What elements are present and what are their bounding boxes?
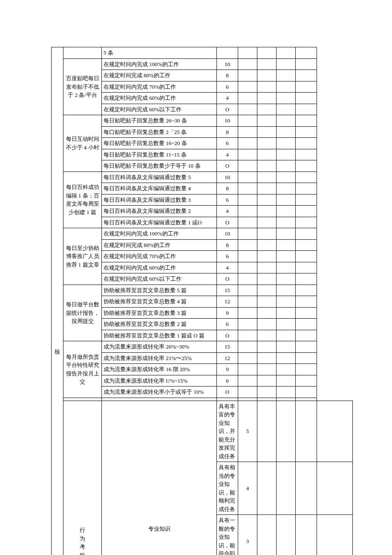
blank-cell [257,251,277,262]
criteria-label: 每日互动时间不少于 4 小时 [63,115,102,172]
blank-cell [296,149,317,160]
score-cell: 12 [217,296,238,308]
criteria-desc: 成为流量来源形成转化率小于或等于 10% [102,386,217,398]
score-cell: 6 [217,81,238,93]
criteria-desc: 在规定时间内完成 60%的工作 [102,93,217,104]
table-row [52,398,353,401]
blank-cell [277,58,296,70]
blank-cell [257,228,277,240]
score-cell: 6 [217,375,238,386]
table-row: 核5 条 [52,47,353,59]
criteria-desc: 在规定时间内完成 100%的工作 [102,228,217,240]
score-cell: O [217,217,238,228]
blank-cell [296,352,317,364]
score-cell: 8 [217,183,238,195]
blank-cell [257,319,277,330]
blank-cell [317,515,353,555]
blank-cell [277,126,296,138]
blank-cell [257,171,277,183]
score-cell: 4 [217,262,238,273]
criteria-desc: 具有一般的专业知识，能符合职责需要 [217,515,238,555]
score-cell: 10 [217,58,238,70]
criteria-label [63,47,102,59]
criteria-desc: 在规定时间内完成 60%以下工作 [102,273,217,285]
criteria-desc: 在规定时间完成 80%的工作 [102,239,217,251]
score-cell: O [217,104,238,115]
blank-cell [296,375,317,386]
blank-cell [277,93,296,104]
blank-cell [277,285,296,296]
blank-cell [277,330,296,341]
score-cell: 4 [217,93,238,104]
blank-cell [277,364,296,375]
blank-cell [238,138,257,149]
criteria-desc: 协助被推荐至首页文章总数量 1 篇或 O 篇 [102,330,217,341]
blank-cell [257,239,277,251]
blank-cell [296,398,317,401]
blank-cell [277,273,296,285]
blank-cell [257,104,277,115]
criteria-desc: 5 条 [102,47,217,59]
blank-cell [296,217,317,228]
blank-cell [277,171,296,183]
blank-cell [238,239,257,251]
score-cell: 4 [217,206,238,217]
blank-cell [296,126,317,138]
category-cell: 核 [52,47,63,555]
blank-cell [257,262,277,273]
blank-cell [296,285,317,296]
blank-cell [296,364,317,375]
blank-cell [238,115,257,127]
score-cell: 9 [217,364,238,375]
blank-cell [238,183,257,195]
blank-cell [238,364,257,375]
criteria-desc: 具有丰富的专业知识，并能充分发挥完成任务 [217,401,238,462]
score-cell: O [217,386,238,398]
blank-cell [238,58,257,70]
blank-cell [296,138,317,149]
blank-cell [277,149,296,160]
blank-cell [277,81,296,93]
blank-cell [257,183,277,195]
criteria-desc: 每日贴吧贴子回复总数量 26~30 条 [102,115,217,127]
blank-cell [277,341,296,353]
blank-cell [296,104,317,115]
score-cell: 6 [217,138,238,149]
criteria-desc: 协助被推荐至首页文章总数量 4 篇 [102,296,217,308]
score-cell: 4 [217,149,238,160]
score-cell: O [217,273,238,285]
score-cell [217,47,238,59]
blank-cell [257,206,277,217]
blank-cell [277,183,296,195]
criteria-desc: 具有相当的专业知识，能顺利完成任务 [217,462,238,515]
blank-cell [257,115,277,127]
score-cell [217,398,238,401]
blank-cell [277,262,296,273]
table-row: 每日至少协助博客推广人员推荐 1 篇文章在规定时间内完成 100%的工作10 [52,228,353,240]
blank-cell [238,296,257,308]
blank-cell [277,307,296,319]
blank-cell [296,171,317,183]
criteria-label [63,398,102,401]
criteria-desc: 每日贴吧贴子回复总数量少于等于 10 条 [102,160,217,172]
blank-cell [257,375,277,386]
blank-cell [257,93,277,104]
blank-cell [238,171,257,183]
criteria-desc: 协助被推荐至首页文章总数量 2 篇 [102,319,217,330]
blank-cell [296,341,317,353]
blank-cell [238,285,257,296]
blank-cell [238,228,257,240]
blank-cell [277,228,296,240]
blank-cell [257,386,277,398]
blank-cell [277,206,296,217]
blank-cell [257,58,277,70]
criteria-desc: 在规定时间内完成 70%的工作 [102,81,217,93]
score-cell: O [217,330,238,341]
blank-cell [238,251,257,262]
blank-cell [257,330,277,341]
blank-cell [257,149,277,160]
criteria-label: 每月做所负责平台特性研究报告并按月上交 [63,341,102,398]
criteria-desc: 协助被推荐至首页文章总数量 3 篇 [102,307,217,319]
blank-cell [296,47,317,59]
blank-cell [296,206,317,217]
